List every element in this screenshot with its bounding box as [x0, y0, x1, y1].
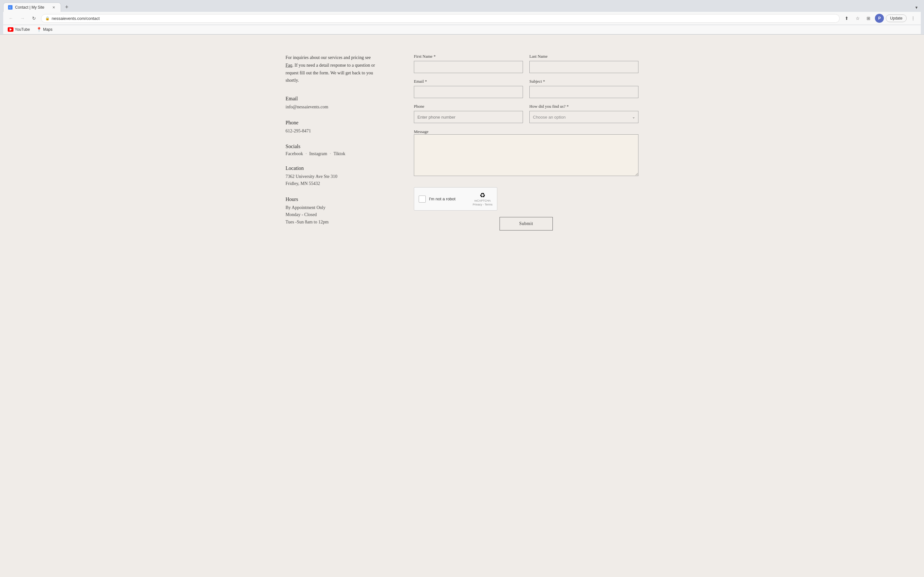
- social-sep-1: ·: [305, 151, 307, 156]
- recaptcha-label: I'm not a robot: [429, 197, 456, 201]
- phone-section: Phone 612-295-8471: [286, 120, 375, 135]
- location-title: Location: [286, 165, 375, 171]
- phone-label: Phone: [414, 104, 523, 109]
- reader-view-button[interactable]: ⊞: [864, 14, 873, 23]
- maps-icon: 📍: [36, 27, 42, 32]
- bookmark-maps-label: Maps: [43, 27, 52, 32]
- phone-title: Phone: [286, 120, 375, 126]
- new-tab-button[interactable]: +: [62, 3, 71, 12]
- reload-button[interactable]: ↻: [29, 14, 39, 23]
- more-menu-button[interactable]: ⋮: [909, 14, 918, 23]
- bookmark-youtube-label: YouTube: [15, 27, 30, 32]
- browser-chrome: C Contact | My Site ✕ + ▾ ← → ↻ 🔒 nessai…: [0, 0, 924, 35]
- email-value: info@nessaievents.com: [286, 103, 375, 111]
- social-sep-2: ·: [330, 151, 331, 156]
- message-textarea[interactable]: [414, 134, 638, 176]
- submit-row: Submit: [414, 217, 638, 230]
- last-name-label: Last Name: [529, 54, 638, 59]
- url-text: nessaievents.com/contact: [52, 16, 100, 21]
- phone-value: 612-295-8471: [286, 127, 375, 135]
- name-row: First Name * Last Name: [414, 54, 638, 73]
- tiktok-link[interactable]: Tiktok: [333, 151, 345, 156]
- intro-text: For inquiries about our services and pri…: [286, 54, 375, 84]
- phone-group: Phone: [414, 104, 523, 123]
- profile-button[interactable]: P: [875, 14, 884, 23]
- bookmark-youtube[interactable]: YouTube: [6, 27, 31, 32]
- subject-input[interactable]: [529, 86, 638, 98]
- how-select-wrapper: Choose an option Google Social Media Fri…: [529, 111, 638, 123]
- email-title: Email: [286, 96, 375, 102]
- update-button[interactable]: Update: [886, 15, 907, 22]
- tab-title: Contact | My Site: [15, 5, 44, 10]
- recaptcha-logo-icon: ♻: [480, 191, 485, 199]
- tab-close-button[interactable]: ✕: [51, 5, 56, 10]
- first-name-label: First Name *: [414, 54, 523, 59]
- recaptcha-branding: reCAPTCHA: [475, 199, 491, 203]
- bookmark-maps[interactable]: 📍 Maps: [35, 26, 53, 33]
- socials-section: Socials Facebook · Instagram · Tiktok: [286, 143, 375, 156]
- bookmark-button[interactable]: ☆: [853, 14, 862, 23]
- address-bar[interactable]: 🔒 nessaievents.com/contact: [41, 14, 840, 23]
- forward-button[interactable]: →: [18, 14, 27, 23]
- last-name-group: Last Name: [529, 54, 638, 73]
- active-tab[interactable]: C Contact | My Site ✕: [3, 3, 61, 12]
- faq-link[interactable]: Faq: [286, 63, 292, 68]
- address-bar-row: ← → ↻ 🔒 nessaievents.com/contact ⬆ ☆ ⊞ P…: [3, 12, 921, 25]
- how-label: How did you find us? *: [529, 104, 638, 109]
- email-subject-row: Email * Subject *: [414, 79, 638, 98]
- youtube-play-icon: [10, 28, 12, 31]
- email-input[interactable]: [414, 86, 523, 98]
- location-line2: Fridley, MN 55432: [286, 180, 375, 187]
- lock-icon: 🔒: [45, 16, 50, 21]
- message-group: Message: [414, 129, 638, 177]
- how-group: How did you find us? * Choose an option …: [529, 104, 638, 123]
- youtube-icon: [8, 27, 13, 32]
- first-name-group: First Name *: [414, 54, 523, 73]
- recaptcha-logo-area: ♻ reCAPTCHA Privacy - Terms: [473, 191, 493, 206]
- submit-button[interactable]: Submit: [499, 217, 552, 230]
- email-group: Email *: [414, 79, 523, 98]
- recaptcha-links: Privacy - Terms: [473, 203, 493, 207]
- left-column: For inquiries about our services and pri…: [286, 54, 375, 235]
- hours-line1: By Appointment Only: [286, 204, 375, 211]
- hours-line2: Monday - Closed: [286, 211, 375, 218]
- phone-input[interactable]: [414, 111, 523, 123]
- location-line1: 7362 University Ave Ste 310: [286, 173, 375, 180]
- message-label: Message: [414, 129, 429, 134]
- recaptcha-checkbox[interactable]: [419, 195, 426, 203]
- hours-title: Hours: [286, 197, 375, 202]
- location-section: Location 7362 University Ave Ste 310 Fri…: [286, 165, 375, 187]
- hours-section: Hours By Appointment Only Monday - Close…: [286, 197, 375, 226]
- first-name-input[interactable]: [414, 61, 523, 73]
- tab-bar: C Contact | My Site ✕ + ▾: [3, 3, 921, 12]
- page-content: For inquiries about our services and pri…: [0, 35, 924, 577]
- tab-favicon: C: [8, 5, 13, 10]
- phone-how-row: Phone How did you find us? * Choose an o…: [414, 104, 638, 123]
- how-select[interactable]: Choose an option Google Social Media Fri…: [529, 111, 638, 123]
- content-wrapper: For inquiries about our services and pri…: [286, 54, 638, 235]
- subject-label: Subject *: [529, 79, 638, 84]
- subject-group: Subject *: [529, 79, 638, 98]
- socials-row: Facebook · Instagram · Tiktok: [286, 151, 375, 156]
- browser-menu-button[interactable]: ▾: [912, 3, 921, 12]
- email-label: Email *: [414, 79, 523, 84]
- instagram-link[interactable]: Instagram: [309, 151, 327, 156]
- email-section: Email info@nessaievents.com: [286, 96, 375, 111]
- share-button[interactable]: ⬆: [842, 14, 851, 23]
- facebook-link[interactable]: Facebook: [286, 151, 303, 156]
- toolbar-right: ⬆ ☆ ⊞ P Update ⋮: [842, 14, 918, 23]
- bookmarks-bar: YouTube 📍 Maps: [3, 25, 921, 34]
- last-name-input[interactable]: [529, 61, 638, 73]
- contact-form: First Name * Last Name Email * Subject *: [414, 54, 638, 235]
- back-button[interactable]: ←: [6, 14, 15, 23]
- hours-line3: Tues -Sun 8am to 12pm: [286, 219, 375, 226]
- socials-title: Socials: [286, 143, 375, 149]
- recaptcha-box: I'm not a robot ♻ reCAPTCHA Privacy - Te…: [414, 187, 497, 211]
